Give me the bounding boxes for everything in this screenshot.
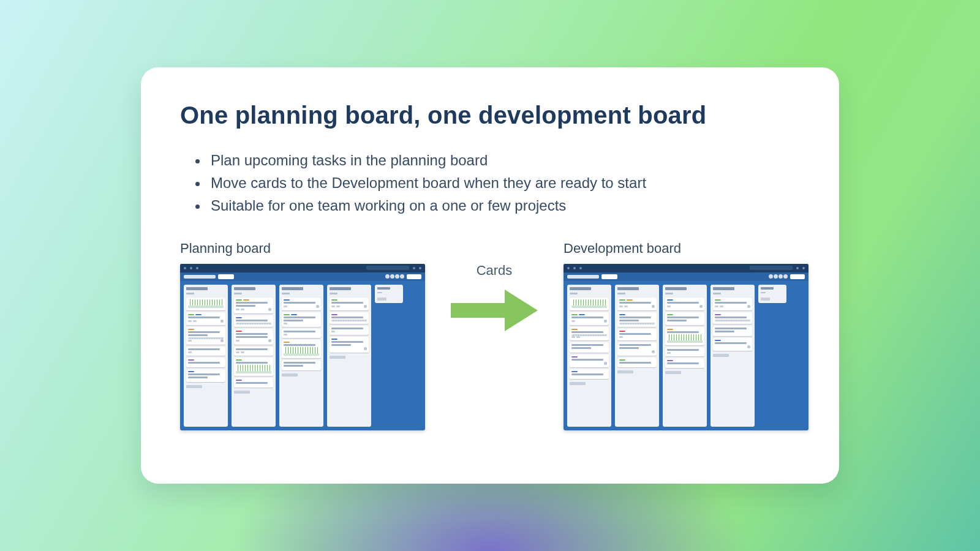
slide-card: One planning board, one development boar…: [141, 67, 839, 484]
boards-row: Planning board: [180, 241, 800, 430]
development-board-screenshot: [564, 264, 809, 430]
planning-board-label: Planning board: [180, 241, 425, 257]
slide-title: One planning board, one development boar…: [180, 102, 800, 129]
arrow-right-icon: [448, 285, 540, 336]
bullet-item: Move cards to the Development board when…: [208, 171, 800, 194]
arrow-column: Cards: [436, 263, 552, 336]
gradient-background: One planning board, one development boar…: [0, 0, 980, 551]
development-column: Development board: [564, 241, 809, 430]
bullet-list: Plan upcoming tasks in the planning boar…: [180, 149, 800, 217]
planning-board-screenshot: [180, 264, 425, 430]
development-board-label: Development board: [564, 241, 809, 257]
bullet-item: Suitable for one team working on a one o…: [208, 194, 800, 217]
cards-arrow-label: Cards: [477, 263, 513, 279]
bullet-item: Plan upcoming tasks in the planning boar…: [208, 149, 800, 171]
planning-column: Planning board: [180, 241, 425, 430]
